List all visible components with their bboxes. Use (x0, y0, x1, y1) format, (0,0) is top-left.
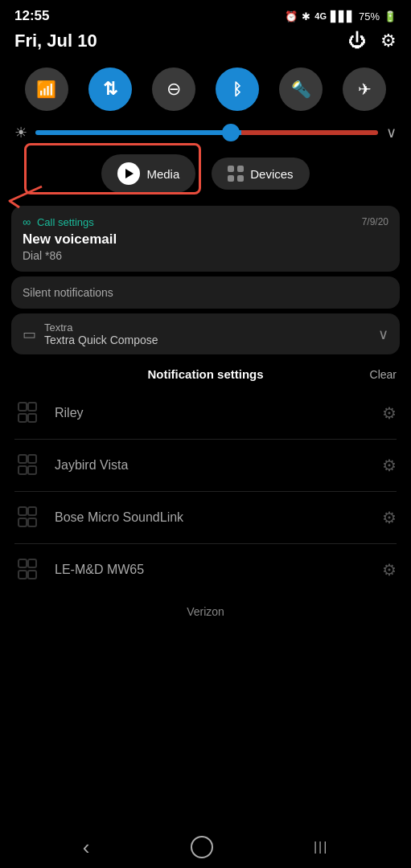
device-gear-jaybird[interactable]: ⚙ (382, 456, 397, 475)
brightness-low-icon: ☀ (14, 124, 27, 141)
airplane-toggle[interactable]: ✈ (343, 68, 386, 111)
signal-icon: ▋▋▋ (331, 10, 355, 23)
bluetooth-status-icon: ✱ (302, 10, 310, 23)
dnd-icon: ⊖ (166, 79, 181, 100)
device-gear-bose[interactable]: ⚙ (382, 508, 397, 527)
media-button[interactable]: Media (101, 154, 195, 193)
bluetooth-icon: ᛒ (232, 80, 242, 99)
bluetooth-toggle[interactable]: ᛒ (216, 68, 259, 111)
data-toggle[interactable]: ⇅ (88, 68, 132, 111)
device-item-jaybird[interactable]: Jaybird Vista ⚙ (14, 440, 397, 492)
device-name-riley: Riley (55, 406, 371, 420)
media-devices-row: Media Devices (0, 151, 411, 206)
lte-icon: 4G (314, 11, 327, 21)
svg-rect-2 (18, 414, 27, 422)
svg-rect-15 (28, 571, 36, 579)
svg-rect-4 (18, 455, 27, 463)
silent-notifications[interactable]: Silent notifications (11, 276, 400, 309)
devices-button[interactable]: Devices (212, 158, 309, 190)
clear-button[interactable]: Clear (370, 368, 397, 381)
svg-rect-9 (28, 507, 36, 515)
notif-subtitle: Dial *86 (23, 249, 388, 262)
devices-grid-icon (228, 166, 244, 182)
device-name-jaybird: Jaybird Vista (55, 458, 371, 473)
svg-rect-8 (18, 507, 27, 515)
notifications-area: ∞ Call settings 7/9/20 New voicemail Dia… (0, 206, 411, 354)
flashlight-toggle[interactable]: 🔦 (279, 68, 323, 111)
svg-rect-12 (18, 559, 27, 567)
flashlight-icon: 🔦 (291, 80, 311, 99)
battery-icon: 🔋 (384, 10, 397, 23)
svg-rect-3 (28, 414, 36, 422)
svg-rect-7 (28, 466, 36, 474)
media-play-icon (117, 162, 140, 185)
textra-expand-icon[interactable]: ∨ (378, 326, 388, 343)
device-item-riley[interactable]: Riley ⚙ (14, 387, 397, 440)
device-gear-lemnd[interactable]: ⚙ (382, 560, 397, 579)
device-icon-riley (14, 399, 43, 428)
settings-button[interactable]: ⚙ (380, 31, 397, 51)
date-actions: ⏻ ⚙ (348, 31, 397, 51)
airplane-icon: ✈ (358, 80, 372, 99)
devices-label: Devices (250, 167, 293, 181)
date-text: Fri, Jul 10 (14, 31, 97, 51)
svg-rect-6 (18, 466, 27, 474)
wifi-toggle[interactable]: 📶 (25, 68, 68, 111)
data-icon: ⇅ (103, 79, 117, 100)
brightness-row: ☀ ∨ (0, 122, 411, 151)
carrier-label: Verizon (0, 596, 411, 623)
textra-title: Textra Quick Compose (44, 334, 158, 346)
brightness-expand-icon[interactable]: ∨ (386, 124, 397, 141)
device-icon-lemnd (14, 555, 43, 584)
status-time: 12:55 (14, 8, 49, 24)
silent-label: Silent notifications (23, 286, 113, 299)
back-button[interactable]: ‹ (83, 835, 90, 860)
svg-rect-1 (28, 403, 36, 411)
svg-rect-10 (18, 518, 27, 526)
notification-settings-label: Notification settings (147, 367, 263, 381)
status-icons: ⏰ ✱ 4G ▋▋▋ 75% 🔋 (285, 10, 397, 23)
device-icon-bose (14, 503, 43, 532)
textra-app-name: Textra (44, 321, 158, 334)
device-name-lemnd: LE-M&D MW65 (55, 563, 371, 577)
dnd-toggle[interactable]: ⊖ (152, 68, 195, 111)
notif-header: ∞ Call settings 7/9/20 (23, 215, 388, 228)
device-item-lemnd[interactable]: LE-M&D MW65 ⚙ (14, 544, 397, 596)
textra-notification[interactable]: ▭ Textra Textra Quick Compose ∨ (11, 313, 400, 354)
notif-title: New voicemail (23, 231, 388, 248)
power-button[interactable]: ⏻ (348, 31, 366, 51)
textra-text: Textra Textra Quick Compose (44, 321, 158, 346)
device-icon-jaybird (14, 451, 43, 480)
home-button[interactable] (191, 836, 213, 858)
alarm-icon: ⏰ (285, 10, 298, 23)
notif-date: 7/9/20 (362, 216, 388, 227)
brightness-thumb[interactable] (222, 124, 240, 141)
voicemail-notification[interactable]: ∞ Call settings 7/9/20 New voicemail Dia… (11, 206, 400, 272)
notif-app-name: Call settings (37, 216, 94, 228)
media-label: Media (146, 167, 179, 181)
brightness-slider[interactable] (35, 130, 378, 135)
svg-rect-13 (28, 559, 36, 567)
device-item-bose[interactable]: Bose Micro SoundLink ⚙ (14, 492, 397, 544)
svg-rect-11 (28, 518, 36, 526)
battery-level: 75% (359, 10, 380, 23)
device-gear-riley[interactable]: ⚙ (382, 403, 397, 423)
device-name-bose: Bose Micro SoundLink (55, 510, 371, 525)
status-bar: 12:55 ⏰ ✱ 4G ▋▋▋ 75% 🔋 (0, 0, 411, 27)
navigation-bar: ‹ ||| (0, 826, 411, 868)
svg-rect-0 (18, 403, 27, 411)
date-row: Fri, Jul 10 ⏻ ⚙ (0, 27, 411, 59)
device-list: Riley ⚙ Jaybird Vista ⚙ Bose Micro Sound… (0, 387, 411, 596)
notification-settings-row: Notification settings Clear (0, 354, 411, 387)
svg-rect-5 (28, 455, 36, 463)
recent-apps-button[interactable]: ||| (314, 840, 328, 854)
quick-toggles: 📶 ⇅ ⊖ ᛒ 🔦 ✈ (0, 59, 411, 122)
textra-icon: ▭ (23, 326, 36, 343)
svg-rect-14 (18, 571, 27, 579)
wifi-icon: 📶 (36, 80, 56, 99)
call-settings-icon: ∞ (23, 215, 31, 228)
